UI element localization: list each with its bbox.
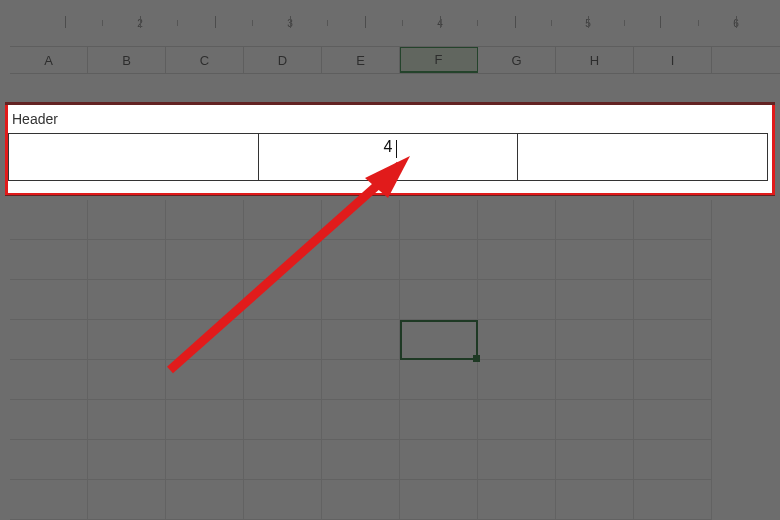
cell[interactable]: [556, 440, 634, 480]
horizontal-ruler: 2 3 4 5 6: [10, 16, 780, 36]
cell[interactable]: [88, 480, 166, 520]
cell[interactable]: [244, 480, 322, 520]
column-header-i[interactable]: I: [634, 47, 712, 73]
cell[interactable]: [478, 480, 556, 520]
cell[interactable]: [244, 400, 322, 440]
cell[interactable]: [322, 240, 400, 280]
cell[interactable]: [244, 240, 322, 280]
cell[interactable]: [400, 280, 478, 320]
cell[interactable]: [244, 200, 322, 240]
column-header-e[interactable]: E: [322, 47, 400, 73]
cell[interactable]: [556, 200, 634, 240]
cell[interactable]: [244, 440, 322, 480]
cell[interactable]: [478, 200, 556, 240]
cell[interactable]: [166, 480, 244, 520]
cell[interactable]: [88, 440, 166, 480]
cell[interactable]: [478, 320, 556, 360]
cell[interactable]: [10, 360, 88, 400]
cell[interactable]: [322, 320, 400, 360]
cell[interactable]: [166, 440, 244, 480]
column-header-g[interactable]: G: [478, 47, 556, 73]
cell[interactable]: [634, 360, 712, 400]
cell[interactable]: [400, 240, 478, 280]
cell[interactable]: [478, 400, 556, 440]
cell[interactable]: [634, 400, 712, 440]
cell[interactable]: [322, 440, 400, 480]
cell[interactable]: [10, 440, 88, 480]
cell[interactable]: [10, 320, 88, 360]
cell[interactable]: [166, 200, 244, 240]
cell[interactable]: [244, 280, 322, 320]
cell[interactable]: [322, 200, 400, 240]
cell[interactable]: [88, 200, 166, 240]
column-header-a[interactable]: A: [10, 47, 88, 73]
cell[interactable]: [10, 200, 88, 240]
header-editor-label: Header: [8, 107, 772, 133]
cell[interactable]: [478, 280, 556, 320]
grid-row: [10, 400, 770, 440]
cell[interactable]: [556, 240, 634, 280]
cell[interactable]: [166, 400, 244, 440]
cell[interactable]: [166, 360, 244, 400]
cell[interactable]: [634, 440, 712, 480]
header-regions: 4: [8, 133, 768, 181]
text-caret: [396, 140, 397, 158]
cell[interactable]: [166, 240, 244, 280]
cell[interactable]: [400, 400, 478, 440]
cell[interactable]: [88, 280, 166, 320]
cell[interactable]: [88, 360, 166, 400]
cell[interactable]: [556, 360, 634, 400]
grid-row: [10, 280, 770, 320]
cell[interactable]: [634, 480, 712, 520]
cell[interactable]: [10, 280, 88, 320]
grid-row: [10, 440, 770, 480]
cell[interactable]: [322, 360, 400, 400]
cell[interactable]: [556, 480, 634, 520]
grid-row: [10, 320, 770, 360]
cell[interactable]: [10, 240, 88, 280]
cell[interactable]: [634, 240, 712, 280]
cell[interactable]: [88, 320, 166, 360]
header-center-region[interactable]: 4: [258, 134, 518, 180]
cell[interactable]: [634, 200, 712, 240]
column-header-d[interactable]: D: [244, 47, 322, 73]
grid-row: [10, 240, 770, 280]
cell[interactable]: [634, 320, 712, 360]
cell[interactable]: [556, 320, 634, 360]
cell[interactable]: [478, 360, 556, 400]
cell[interactable]: [88, 240, 166, 280]
grid-row: [10, 200, 770, 240]
header-center-value: 4: [384, 138, 393, 156]
header-left-region[interactable]: [9, 134, 258, 180]
cell[interactable]: [322, 280, 400, 320]
column-header-f[interactable]: F: [400, 47, 478, 73]
cell[interactable]: [10, 400, 88, 440]
cell[interactable]: [400, 200, 478, 240]
cell[interactable]: [244, 320, 322, 360]
cell[interactable]: [322, 400, 400, 440]
cell[interactable]: [556, 400, 634, 440]
cell[interactable]: [10, 480, 88, 520]
cell[interactable]: [478, 240, 556, 280]
grid-row: [10, 480, 770, 520]
spreadsheet-grid[interactable]: [10, 200, 770, 520]
cell[interactable]: [634, 280, 712, 320]
page: 2 3 4 5 6 A B C D E F G H I: [0, 0, 780, 520]
cell[interactable]: [400, 440, 478, 480]
cell[interactable]: [400, 360, 478, 400]
cell[interactable]: [166, 280, 244, 320]
column-header-c[interactable]: C: [166, 47, 244, 73]
header-right-region[interactable]: [518, 134, 767, 180]
header-editor-panel: Header 4: [8, 105, 772, 193]
cell[interactable]: [244, 360, 322, 400]
selected-cell[interactable]: [400, 320, 478, 360]
cell[interactable]: [88, 400, 166, 440]
cell[interactable]: [556, 280, 634, 320]
cell[interactable]: [166, 320, 244, 360]
cell[interactable]: [322, 480, 400, 520]
column-header-h[interactable]: H: [556, 47, 634, 73]
grid-row: [10, 360, 770, 400]
column-header-b[interactable]: B: [88, 47, 166, 73]
cell[interactable]: [478, 440, 556, 480]
cell[interactable]: [400, 480, 478, 520]
